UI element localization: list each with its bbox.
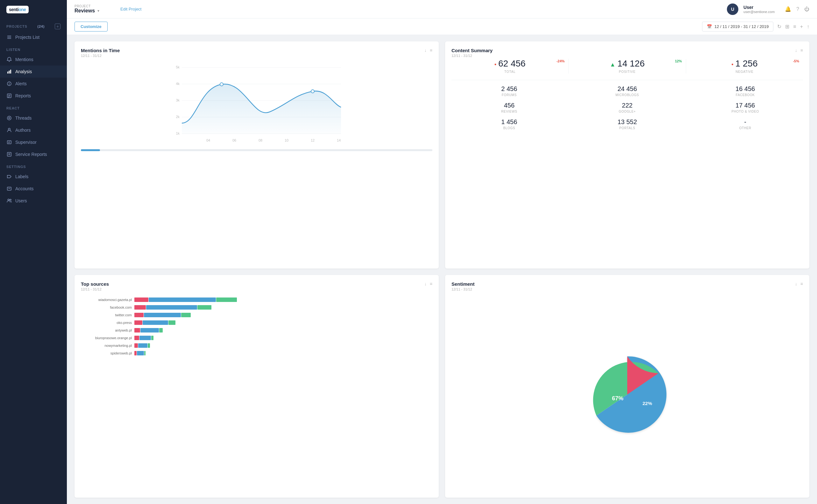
- portals-label: PORTALS: [570, 126, 685, 130]
- bar-segment-blue: [139, 336, 151, 340]
- sidebar-item-supervisor[interactable]: Supervisor: [0, 136, 67, 148]
- customize-button[interactable]: Customize: [74, 22, 108, 31]
- summary-download-icon[interactable]: ↓: [795, 48, 797, 53]
- positive-dot: ▲: [610, 61, 616, 68]
- svg-text:14: 14: [337, 138, 341, 142]
- svg-point-14: [9, 117, 10, 119]
- bar-segment-green: [181, 313, 190, 317]
- topbar: PROJECT Reviews ▾ Edit Project U User us…: [67, 0, 817, 18]
- sidebar-threads-label: Threads: [15, 115, 32, 121]
- svg-text:22%: 22%: [643, 401, 652, 406]
- svg-text:06: 06: [232, 138, 236, 142]
- sidebar-item-alerts[interactable]: Alerts: [0, 78, 67, 90]
- project-chevron-icon: ▾: [97, 9, 99, 13]
- sidebar-users-label: Users: [15, 198, 27, 203]
- main-stats-row: • 62 456 -24% TOTAL ▲ 14 126 12% POSITIV…: [452, 59, 803, 80]
- power-icon[interactable]: ⏻: [804, 6, 809, 12]
- add-widget-icon[interactable]: +: [800, 24, 803, 30]
- sidebar-alerts-label: Alerts: [15, 81, 27, 86]
- sources-settings-icon[interactable]: ≡: [430, 281, 433, 286]
- project-selector[interactable]: PROJECT Reviews ▾: [74, 4, 113, 14]
- user-email: user@sentione.com: [743, 10, 775, 14]
- forums-label: FORUMS: [452, 93, 567, 97]
- sidebar-accounts-label: Accounts: [15, 186, 34, 191]
- notification-icon[interactable]: 🔔: [785, 6, 791, 12]
- bar-segment-pink: [134, 351, 137, 355]
- total-badge: -24%: [555, 59, 566, 63]
- photo-video-label: PHOTO & VIDEO: [687, 110, 803, 113]
- svg-text:04: 04: [206, 138, 210, 142]
- bar-label: biuroprasowe.orange.pl: [81, 336, 132, 340]
- total-stat: • 62 456 -24% TOTAL: [452, 59, 568, 73]
- topbar-icons: 🔔 ? ⏻: [785, 6, 809, 12]
- bar-segment-green: [197, 305, 211, 310]
- sentiment-title: Sentiment: [452, 281, 475, 287]
- refresh-icon[interactable]: ↻: [777, 24, 781, 30]
- svg-text:1k: 1k: [176, 131, 180, 135]
- grid-icon[interactable]: ⊞: [785, 24, 789, 30]
- total-value: 62 456: [498, 59, 526, 69]
- download-icon[interactable]: ↓: [425, 48, 427, 53]
- bar-segment-blue: [137, 351, 144, 355]
- sidebar-item-threads[interactable]: Threads: [0, 112, 67, 124]
- sidebar-item-projects-list[interactable]: Projects List: [0, 31, 67, 43]
- svg-point-24: [10, 199, 11, 200]
- sidebar-item-reports[interactable]: Reports: [0, 90, 67, 102]
- bar-track: [134, 351, 433, 355]
- bar-track: [134, 297, 433, 302]
- sidebar-item-analysis[interactable]: Analysis: [0, 66, 67, 78]
- bar-segment-pink: [134, 313, 144, 317]
- reports-icon: [6, 93, 12, 99]
- export-icon[interactable]: ↑: [807, 24, 809, 30]
- sidebar-service-reports-label: Service Reports: [15, 152, 47, 157]
- user-avatar: U: [727, 3, 738, 15]
- sentiment-download-icon[interactable]: ↓: [795, 281, 797, 286]
- sentiment-donut-chart: 67% 22%: [452, 297, 803, 491]
- forums-stat: 2 456 FORUMS: [452, 85, 567, 97]
- edit-project-link[interactable]: Edit Project: [120, 7, 141, 11]
- mentions-chart-subtitle: 12/11 - 31/12: [81, 54, 120, 58]
- help-icon[interactable]: ?: [796, 6, 799, 12]
- sources-download-icon[interactable]: ↓: [425, 281, 427, 286]
- svg-point-42: [311, 90, 314, 93]
- add-project-button[interactable]: +: [55, 24, 60, 29]
- svg-point-8: [9, 85, 10, 85]
- date-range-button[interactable]: 📅 12 / 11 / 2019 - 31 / 12 / 2019: [702, 22, 774, 31]
- sidebar-mentions-label: Mentions: [15, 57, 33, 62]
- settings-icon[interactable]: ≡: [430, 48, 433, 53]
- sidebar-item-authors[interactable]: Authors: [0, 124, 67, 136]
- sidebar-reports-label: Reports: [15, 93, 31, 98]
- svg-text:12: 12: [311, 138, 314, 142]
- bar-segment-blue: [143, 320, 168, 325]
- summary-settings-icon[interactable]: ≡: [800, 48, 803, 53]
- bar-label: twitter.com: [81, 313, 132, 317]
- bar-row: spidersweb.pl: [81, 351, 433, 355]
- svg-text:2k: 2k: [176, 115, 180, 119]
- sidebar-item-mentions[interactable]: Mentions: [0, 53, 67, 66]
- sidebar-item-service-reports[interactable]: Service Reports: [0, 148, 67, 160]
- bar-row: nowymarketing.pl: [81, 343, 433, 348]
- sentiment-subtitle: 12/11 - 31/12: [452, 287, 475, 291]
- sidebar-item-users[interactable]: Users: [0, 195, 67, 207]
- sidebar-item-accounts[interactable]: Accounts: [0, 183, 67, 195]
- bar-track: [134, 343, 433, 348]
- bar-label: wiadomosci.gazeta.pl: [81, 298, 132, 302]
- bar-row: wiadomosci.gazeta.pl: [81, 297, 433, 302]
- googleplus-label: GOOGLE+: [570, 110, 685, 113]
- sidebar-item-labels[interactable]: Labels: [0, 171, 67, 183]
- bar-label: oko.press: [81, 321, 132, 325]
- alert-icon: [6, 81, 12, 87]
- googleplus-stat: 222 GOOGLE+: [570, 102, 685, 113]
- facebook-stat: 16 456 FACEBOOK: [687, 85, 803, 97]
- bar-label: spidersweb.pl: [81, 351, 132, 355]
- chart-scrollbar[interactable]: [81, 149, 433, 151]
- top-sources-actions: ↓ ≡: [425, 281, 433, 286]
- mentions-chart-container: 5k 4k 3k 2k 1k 04 06 08 10 12: [81, 63, 433, 262]
- bar-segment-blue: [144, 313, 181, 317]
- users-icon: [6, 198, 12, 204]
- svg-text:10: 10: [285, 138, 288, 142]
- sentiment-settings-icon[interactable]: ≡: [800, 281, 803, 286]
- bar-segment-blue: [138, 343, 147, 348]
- toolbar-action-icons: ↻ ⊞ ≡ + ↑: [777, 24, 809, 30]
- filter-icon[interactable]: ≡: [793, 24, 796, 30]
